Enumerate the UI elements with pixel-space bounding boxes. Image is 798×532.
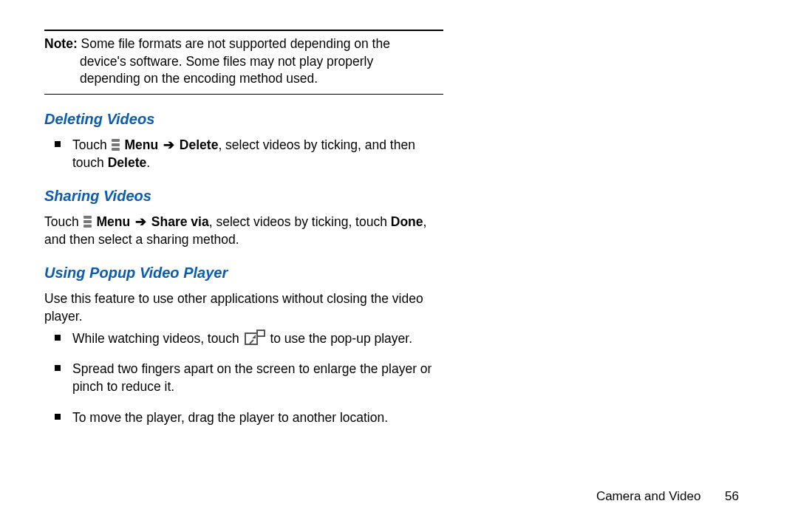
heading-deleting-videos: Deleting Videos xyxy=(44,111,443,128)
list-item: Touch Menu ➔ Delete, select videos by ti… xyxy=(72,137,443,171)
footer-section: Camera and Video xyxy=(596,489,700,503)
text-b1-pre: While watching videos, touch xyxy=(72,331,243,346)
text-b3: To move the player, drag the player to a… xyxy=(72,410,388,425)
text-b2: Spread two fingers apart on the screen t… xyxy=(72,361,432,394)
footer-page-number: 56 xyxy=(725,489,739,504)
menu-icon xyxy=(83,216,92,228)
heading-popup-player: Using Popup Video Player xyxy=(44,265,443,282)
heading-sharing-videos: Sharing Videos xyxy=(44,188,443,205)
list-item: Spread two fingers apart on the screen t… xyxy=(72,361,443,395)
text-menu: Menu xyxy=(93,214,134,229)
popup-intro: Use this feature to use other applicatio… xyxy=(44,290,443,325)
manual-page: Note: Some file formats are not supporte… xyxy=(0,0,798,532)
text-rest1: , select videos by ticking, touch xyxy=(209,214,391,229)
divider-bottom xyxy=(44,94,443,95)
text-delete-2: Delete xyxy=(108,155,147,170)
content-column: Note: Some file formats are not supporte… xyxy=(44,30,443,426)
text-done: Done xyxy=(391,214,423,229)
text-period: . xyxy=(146,155,150,170)
note-block: Note: Some file formats are not supporte… xyxy=(44,31,443,94)
list-item: To move the player, drag the player to a… xyxy=(72,409,443,427)
note-text-line3: depending on the encoding method used. xyxy=(44,70,443,88)
list-item: While watching videos, touch to use the … xyxy=(72,330,443,348)
text-touch: Touch xyxy=(72,137,111,152)
menu-icon xyxy=(112,139,120,151)
text-b1-post: to use the pop-up player. xyxy=(267,331,413,346)
deleting-list: Touch Menu ➔ Delete, select videos by ti… xyxy=(44,137,443,171)
popup-list: While watching videos, touch to use the … xyxy=(44,330,443,427)
note-text-line1: Some file formats are not supported depe… xyxy=(78,36,390,51)
note-text-line2: device's software. Some files may not pl… xyxy=(44,53,443,71)
page-footer: Camera and Video 56 xyxy=(596,489,739,504)
text-share-via: Share via xyxy=(148,214,209,229)
text-touch: Touch xyxy=(44,214,83,229)
note-label: Note: xyxy=(44,36,78,51)
popup-player-icon xyxy=(245,331,265,346)
sharing-paragraph: Touch Menu ➔ Share via, select videos by… xyxy=(44,214,443,248)
arrow-icon: ➔ xyxy=(134,214,148,229)
text-menu: Menu xyxy=(121,137,162,152)
text-delete: Delete xyxy=(176,137,218,152)
arrow-icon: ➔ xyxy=(162,137,176,152)
